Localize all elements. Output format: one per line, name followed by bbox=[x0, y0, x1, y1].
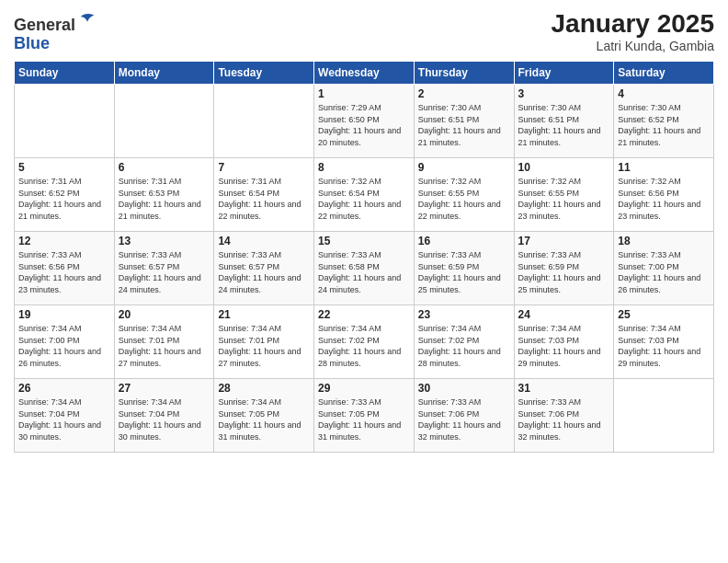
day-cell bbox=[114, 85, 214, 158]
day-number: 27 bbox=[119, 382, 210, 395]
day-info: Sunrise: 7:34 AM Sunset: 7:01 PM Dayligh… bbox=[119, 323, 210, 369]
day-cell: 3Sunrise: 7:30 AM Sunset: 6:51 PM Daylig… bbox=[514, 85, 614, 158]
day-cell: 11Sunrise: 7:32 AM Sunset: 6:56 PM Dayli… bbox=[614, 158, 714, 232]
day-info: Sunrise: 7:33 AM Sunset: 7:06 PM Dayligh… bbox=[418, 396, 510, 442]
day-number: 25 bbox=[618, 308, 710, 321]
day-info: Sunrise: 7:33 AM Sunset: 7:05 PM Dayligh… bbox=[318, 396, 410, 442]
day-cell: 15Sunrise: 7:33 AM Sunset: 6:58 PM Dayli… bbox=[314, 232, 415, 305]
logo-bird-icon bbox=[77, 10, 97, 30]
header: General Blue January 2025 Latri Kunda, G… bbox=[14, 9, 714, 53]
day-info: Sunrise: 7:33 AM Sunset: 6:57 PM Dayligh… bbox=[218, 249, 310, 295]
col-header-saturday: Saturday bbox=[614, 62, 714, 85]
day-cell: 24Sunrise: 7:34 AM Sunset: 7:03 PM Dayli… bbox=[514, 305, 614, 379]
day-number: 21 bbox=[218, 308, 310, 321]
day-number: 6 bbox=[119, 161, 210, 174]
day-number: 17 bbox=[518, 235, 610, 247]
day-number: 14 bbox=[218, 235, 310, 247]
logo: General Blue bbox=[14, 10, 97, 53]
day-number: 3 bbox=[518, 87, 610, 100]
day-info: Sunrise: 7:31 AM Sunset: 6:52 PM Dayligh… bbox=[18, 176, 110, 222]
day-info: Sunrise: 7:32 AM Sunset: 6:55 PM Dayligh… bbox=[418, 176, 510, 222]
day-info: Sunrise: 7:34 AM Sunset: 7:05 PM Dayligh… bbox=[218, 396, 310, 442]
day-number: 8 bbox=[318, 161, 410, 174]
day-info: Sunrise: 7:34 AM Sunset: 7:03 PM Dayligh… bbox=[518, 323, 610, 369]
day-info: Sunrise: 7:34 AM Sunset: 7:03 PM Dayligh… bbox=[618, 323, 710, 369]
day-info: Sunrise: 7:34 AM Sunset: 7:02 PM Dayligh… bbox=[318, 323, 410, 369]
day-number: 29 bbox=[318, 382, 410, 395]
day-info: Sunrise: 7:33 AM Sunset: 6:58 PM Dayligh… bbox=[318, 249, 410, 295]
col-header-monday: Monday bbox=[114, 62, 214, 85]
day-cell: 19Sunrise: 7:34 AM Sunset: 7:00 PM Dayli… bbox=[15, 305, 115, 379]
day-number: 13 bbox=[119, 235, 210, 247]
day-info: Sunrise: 7:30 AM Sunset: 6:51 PM Dayligh… bbox=[418, 102, 510, 148]
day-number: 31 bbox=[518, 382, 610, 395]
logo-general: General bbox=[14, 16, 75, 34]
day-info: Sunrise: 7:30 AM Sunset: 6:52 PM Dayligh… bbox=[618, 102, 710, 148]
day-info: Sunrise: 7:33 AM Sunset: 6:56 PM Dayligh… bbox=[18, 249, 110, 295]
day-info: Sunrise: 7:34 AM Sunset: 7:04 PM Dayligh… bbox=[18, 396, 110, 442]
day-number: 20 bbox=[119, 308, 210, 321]
day-info: Sunrise: 7:32 AM Sunset: 6:55 PM Dayligh… bbox=[518, 176, 610, 222]
day-number: 4 bbox=[618, 87, 710, 100]
day-cell bbox=[614, 379, 714, 453]
day-cell: 25Sunrise: 7:34 AM Sunset: 7:03 PM Dayli… bbox=[614, 305, 714, 379]
day-info: Sunrise: 7:34 AM Sunset: 7:04 PM Dayligh… bbox=[119, 396, 210, 442]
day-info: Sunrise: 7:34 AM Sunset: 7:00 PM Dayligh… bbox=[18, 323, 110, 369]
day-cell bbox=[214, 85, 314, 158]
day-cell: 13Sunrise: 7:33 AM Sunset: 6:57 PM Dayli… bbox=[114, 232, 214, 305]
day-cell: 5Sunrise: 7:31 AM Sunset: 6:52 PM Daylig… bbox=[15, 158, 115, 232]
day-number: 10 bbox=[518, 161, 610, 174]
day-cell: 6Sunrise: 7:31 AM Sunset: 6:53 PM Daylig… bbox=[114, 158, 214, 232]
day-cell: 16Sunrise: 7:33 AM Sunset: 6:59 PM Dayli… bbox=[414, 232, 514, 305]
day-cell: 29Sunrise: 7:33 AM Sunset: 7:05 PM Dayli… bbox=[314, 379, 415, 453]
day-cell: 9Sunrise: 7:32 AM Sunset: 6:55 PM Daylig… bbox=[414, 158, 514, 232]
day-cell: 2Sunrise: 7:30 AM Sunset: 6:51 PM Daylig… bbox=[414, 85, 514, 158]
day-cell: 14Sunrise: 7:33 AM Sunset: 6:57 PM Dayli… bbox=[214, 232, 314, 305]
day-number: 16 bbox=[418, 235, 510, 247]
day-info: Sunrise: 7:33 AM Sunset: 6:59 PM Dayligh… bbox=[418, 249, 510, 295]
day-number: 1 bbox=[318, 87, 410, 100]
day-cell: 21Sunrise: 7:34 AM Sunset: 7:01 PM Dayli… bbox=[214, 305, 314, 379]
day-cell: 22Sunrise: 7:34 AM Sunset: 7:02 PM Dayli… bbox=[314, 305, 415, 379]
logo-blue: Blue bbox=[14, 34, 50, 52]
day-number: 2 bbox=[418, 87, 510, 100]
day-number: 19 bbox=[18, 308, 110, 321]
day-number: 24 bbox=[518, 308, 610, 321]
day-cell bbox=[15, 85, 115, 158]
day-info: Sunrise: 7:34 AM Sunset: 7:02 PM Dayligh… bbox=[418, 323, 510, 369]
day-cell: 23Sunrise: 7:34 AM Sunset: 7:02 PM Dayli… bbox=[414, 305, 514, 379]
day-info: Sunrise: 7:30 AM Sunset: 6:51 PM Dayligh… bbox=[518, 102, 610, 148]
day-number: 15 bbox=[318, 235, 410, 247]
day-info: Sunrise: 7:33 AM Sunset: 6:59 PM Dayligh… bbox=[518, 249, 610, 295]
col-header-thursday: Thursday bbox=[414, 62, 514, 85]
day-info: Sunrise: 7:31 AM Sunset: 6:53 PM Dayligh… bbox=[119, 176, 210, 222]
week-row-4: 19Sunrise: 7:34 AM Sunset: 7:00 PM Dayli… bbox=[15, 305, 714, 379]
day-number: 28 bbox=[218, 382, 310, 395]
col-header-tuesday: Tuesday bbox=[214, 62, 314, 85]
day-number: 30 bbox=[418, 382, 510, 395]
day-cell: 10Sunrise: 7:32 AM Sunset: 6:55 PM Dayli… bbox=[514, 158, 614, 232]
col-header-friday: Friday bbox=[514, 62, 614, 85]
day-info: Sunrise: 7:32 AM Sunset: 6:56 PM Dayligh… bbox=[618, 176, 710, 222]
day-info: Sunrise: 7:31 AM Sunset: 6:54 PM Dayligh… bbox=[218, 176, 310, 222]
title-block: January 2025 Latri Kunda, Gambia bbox=[552, 9, 714, 53]
day-number: 7 bbox=[218, 161, 310, 174]
day-cell: 26Sunrise: 7:34 AM Sunset: 7:04 PM Dayli… bbox=[15, 379, 115, 453]
day-number: 18 bbox=[618, 235, 710, 247]
col-header-wednesday: Wednesday bbox=[314, 62, 415, 85]
calendar-subtitle: Latri Kunda, Gambia bbox=[552, 39, 714, 53]
day-cell: 17Sunrise: 7:33 AM Sunset: 6:59 PM Dayli… bbox=[514, 232, 614, 305]
day-info: Sunrise: 7:34 AM Sunset: 7:01 PM Dayligh… bbox=[218, 323, 310, 369]
day-number: 26 bbox=[18, 382, 110, 395]
day-cell: 8Sunrise: 7:32 AM Sunset: 6:54 PM Daylig… bbox=[314, 158, 415, 232]
day-cell: 30Sunrise: 7:33 AM Sunset: 7:06 PM Dayli… bbox=[414, 379, 514, 453]
day-cell: 1Sunrise: 7:29 AM Sunset: 6:50 PM Daylig… bbox=[314, 85, 415, 158]
calendar-table: SundayMondayTuesdayWednesdayThursdayFrid… bbox=[14, 61, 714, 453]
day-info: Sunrise: 7:32 AM Sunset: 6:54 PM Dayligh… bbox=[318, 176, 410, 222]
day-cell: 7Sunrise: 7:31 AM Sunset: 6:54 PM Daylig… bbox=[214, 158, 314, 232]
day-number: 11 bbox=[618, 161, 710, 174]
day-cell: 12Sunrise: 7:33 AM Sunset: 6:56 PM Dayli… bbox=[15, 232, 115, 305]
day-cell: 18Sunrise: 7:33 AM Sunset: 7:00 PM Dayli… bbox=[614, 232, 714, 305]
day-info: Sunrise: 7:29 AM Sunset: 6:50 PM Dayligh… bbox=[318, 102, 410, 148]
header-row: SundayMondayTuesdayWednesdayThursdayFrid… bbox=[15, 62, 714, 85]
